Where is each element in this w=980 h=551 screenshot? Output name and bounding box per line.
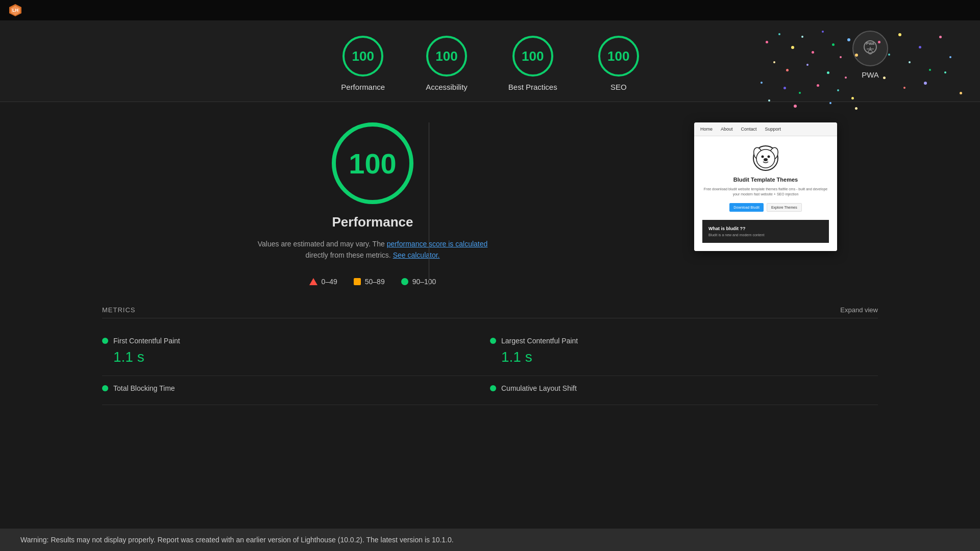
metric-tbt-header: Total Blocking Time — [102, 384, 490, 392]
legend-fail-range: 0–49 — [322, 278, 337, 286]
preview-what-desc: Bludit is a new and modern content — [708, 233, 823, 237]
confetti-dot — [766, 41, 768, 43]
metrics-section: METRICS Expand view First Contentful Pai… — [0, 306, 980, 425]
confetti-dot — [783, 87, 786, 89]
metric-lcp-value: 1.1 s — [501, 349, 878, 365]
score-item-performance: 100 Performance — [341, 36, 385, 91]
svg-point-12 — [761, 156, 764, 158]
preview-buttons: Download Bludit Explore Themes — [702, 203, 829, 212]
confetti-dot — [944, 71, 946, 73]
svg-text:LH: LH — [12, 8, 18, 13]
triangle-icon — [309, 278, 317, 285]
confetti-dot — [791, 46, 794, 49]
confetti-dot — [929, 69, 931, 71]
score-item-seo: 100 SEO — [598, 36, 639, 91]
metric-cls: Cumulative Layout Shift — [490, 376, 878, 405]
metric-fcp-header: First Contentful Paint — [102, 337, 490, 345]
confetti-dot — [812, 51, 814, 54]
preview-explore-btn: Explore Themes — [767, 203, 802, 212]
confetti-dot — [898, 33, 901, 36]
confetti-dot — [840, 56, 842, 58]
preview-nav-support: Support — [765, 127, 781, 132]
legend: 0–49 50–89 90–100 — [309, 278, 436, 286]
metric-cls-header: Cumulative Layout Shift — [490, 384, 878, 392]
performance-desc: Values are estimated and may vary. The p… — [250, 238, 495, 261]
metric-fcp-name: First Contentful Paint — [113, 337, 180, 345]
metric-lcp-name: Largest Contentful Paint — [501, 337, 578, 345]
confetti-dot — [851, 97, 854, 99]
legend-item-average: 50–89 — [354, 278, 385, 286]
website-preview: Home About Contact Support — [694, 122, 837, 251]
confetti-dot — [888, 54, 890, 56]
confetti-dot — [817, 84, 819, 87]
metrics-title: METRICS — [102, 306, 136, 314]
confetti-dot — [822, 31, 824, 33]
performance-title: Performance — [332, 214, 413, 230]
square-icon — [354, 278, 361, 285]
score-header: 100 Performance 100 Accessibility 100 Be… — [0, 20, 980, 102]
pwa-area: PWA PWA — [852, 31, 888, 79]
confetti-dot — [909, 61, 911, 63]
calc-link[interactable]: See calculator. — [393, 251, 440, 259]
confetti-dot — [903, 87, 905, 89]
perf-score-link[interactable]: performance score is calculated — [387, 240, 488, 248]
confetti-dot — [768, 99, 770, 102]
score-label-seo: SEO — [610, 83, 627, 91]
confetti-container — [755, 26, 857, 107]
svg-text:PWA: PWA — [866, 42, 874, 45]
legend-item-fail: 0–49 — [309, 278, 337, 286]
confetti-dot — [845, 77, 847, 79]
score-label-accessibility: Accessibility — [426, 83, 468, 91]
warning-text: Warning: Results may not display properl… — [20, 536, 454, 544]
preview-download-btn: Download Bludit — [729, 203, 764, 212]
main-score-circle: 100 — [332, 122, 413, 204]
metric-fcp-value: 1.1 s — [113, 349, 490, 365]
preview-nav-home: Home — [700, 127, 713, 132]
preview-nav-contact: Contact — [741, 127, 757, 132]
svg-point-14 — [764, 158, 768, 161]
confetti-dot — [761, 82, 763, 84]
metric-cls-dot — [490, 385, 496, 391]
score-circle-accessibility: 100 — [426, 36, 467, 77]
legend-average-range: 50–89 — [365, 278, 385, 286]
confetti-dot — [832, 43, 835, 46]
metric-tbt-name: Total Blocking Time — [113, 384, 175, 392]
confetti-dot — [924, 82, 927, 85]
right-panel: Home About Contact Support — [664, 122, 878, 286]
preview-what-section: What is bludit ?? Bludit is a new and mo… — [702, 220, 829, 243]
confetti-dot — [919, 46, 921, 48]
metric-tbt-dot — [102, 385, 108, 391]
expand-view-button[interactable]: Expand view — [840, 306, 878, 314]
top-bar: LH — [0, 0, 980, 20]
metrics-grid: First Contentful Paint 1.1 s Largest Con… — [102, 327, 878, 405]
score-item-best-practices: 100 Best Practices — [508, 36, 557, 91]
metric-lcp: Largest Contentful Paint 1.1 s — [490, 327, 878, 376]
confetti-dot — [960, 92, 962, 94]
score-circle-performance: 100 — [342, 36, 383, 77]
main-score-value: 100 — [349, 147, 396, 180]
pwa-label: PWA — [862, 70, 879, 79]
confetti-dot — [778, 33, 780, 35]
svg-point-13 — [767, 156, 770, 158]
confetti-dot — [799, 92, 801, 94]
metric-cls-name: Cumulative Layout Shift — [501, 384, 577, 392]
confetti-dot — [801, 36, 803, 38]
preview-nav-about: About — [721, 127, 733, 132]
confetti-dot — [786, 69, 789, 71]
legend-item-good: 90–100 — [401, 278, 436, 286]
confetti-dot — [773, 61, 775, 63]
preview-site-desc: Free download bludit website template th… — [702, 187, 829, 197]
metrics-header: METRICS Expand view — [102, 306, 878, 318]
pwa-circle: PWA — [852, 31, 888, 66]
confetti-dot — [847, 38, 850, 41]
circle-green-icon — [401, 278, 408, 285]
confetti-dot — [939, 36, 942, 38]
preview-nav: Home About Contact Support — [694, 122, 837, 136]
score-circle-seo: 100 — [598, 36, 639, 77]
legend-good-range: 90–100 — [412, 278, 436, 286]
metric-fcp-dot — [102, 338, 108, 344]
divider-line — [429, 122, 429, 286]
confetti-dot — [949, 56, 951, 58]
preview-what-title: What is bludit ?? — [708, 226, 823, 231]
dog-face-icon — [702, 144, 829, 172]
